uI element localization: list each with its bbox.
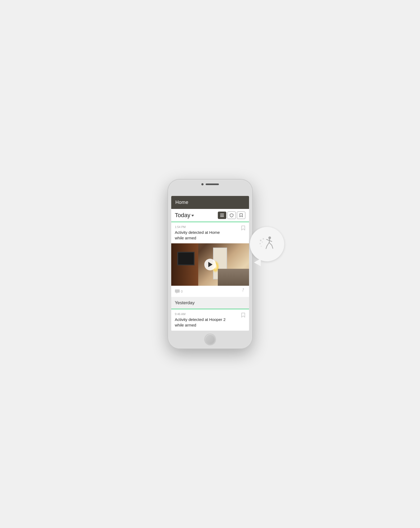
- day-label-yesterday: Yesterday: [175, 300, 195, 305]
- activity-title-today: Activity detected at Home while armed: [175, 230, 245, 241]
- svg-rect-15: [220, 216, 224, 217]
- filter-bar: Today: [171, 209, 249, 222]
- room-tv: [177, 252, 195, 265]
- svg-point-1: [259, 243, 261, 244]
- room-bed: [218, 269, 249, 286]
- speaker-bar: [206, 184, 219, 185]
- bookmark-yesterday-button[interactable]: [241, 312, 245, 318]
- comment-count: 0: [181, 290, 183, 293]
- bookmark-filter-button[interactable]: [237, 212, 245, 219]
- iphone-inner: Home Today: [169, 180, 252, 348]
- svg-line-10: [272, 245, 273, 248]
- svg-line-5: [267, 239, 269, 240]
- svg-point-0: [260, 240, 261, 241]
- svg-rect-13: [220, 214, 224, 214]
- app-header: Home: [171, 196, 249, 209]
- activity-card-today: 1:54 PM Activity detected at Home while …: [171, 222, 249, 297]
- svg-line-9: [269, 243, 272, 245]
- svg-line-8: [266, 246, 267, 249]
- day-separator-yesterday: Yesterday: [171, 297, 249, 309]
- svg-point-2: [261, 246, 262, 247]
- comment-area[interactable]: 0: [175, 289, 183, 294]
- activity-card-yesterday: 9:46 AM Activity detected at Hooper 2 wh…: [171, 309, 249, 330]
- svg-point-11: [263, 238, 264, 240]
- home-button[interactable]: [205, 334, 216, 345]
- activity-feed[interactable]: 1:54 PM Activity detected at Home while …: [171, 222, 249, 331]
- activity-content-yesterday: 9:46 AM Activity detected at Hooper 2 wh…: [171, 309, 249, 330]
- iphone-frame: Home Today: [168, 179, 252, 349]
- motion-icon: [259, 234, 276, 254]
- activity-time-yesterday: 9:46 AM: [175, 312, 245, 316]
- filter-icons: [218, 212, 245, 219]
- app-screen: Home Today: [171, 196, 249, 331]
- activity-time-today: 1:54 PM: [175, 225, 245, 229]
- video-thumbnail[interactable]: [171, 243, 249, 286]
- svg-point-16: [243, 288, 244, 289]
- iphone-top-bar: [201, 183, 219, 185]
- play-icon: [208, 262, 213, 267]
- motion-indicator: [240, 288, 245, 295]
- activity-title-yesterday: Activity detected at Hooper 2 while arme…: [175, 317, 245, 328]
- svg-point-12: [262, 241, 263, 243]
- comment-icon: [175, 289, 180, 294]
- svg-line-7: [267, 243, 269, 246]
- filter-left: Today: [175, 212, 194, 219]
- camera-dot: [201, 183, 204, 185]
- play-button[interactable]: [204, 259, 216, 270]
- app-title: Home: [175, 200, 188, 205]
- card-footer-today: 0: [171, 286, 249, 297]
- list-filter-button[interactable]: [218, 212, 226, 219]
- motion-bubble: [250, 227, 284, 261]
- activity-content-today: 1:54 PM Activity detected at Home while …: [171, 222, 249, 243]
- bookmark-today-button[interactable]: [241, 225, 245, 231]
- chevron-down-icon[interactable]: [191, 215, 194, 217]
- shield-filter-button[interactable]: [227, 212, 236, 219]
- svg-rect-14: [220, 215, 224, 216]
- period-label[interactable]: Today: [175, 212, 191, 219]
- scene: Home Today: [144, 145, 276, 383]
